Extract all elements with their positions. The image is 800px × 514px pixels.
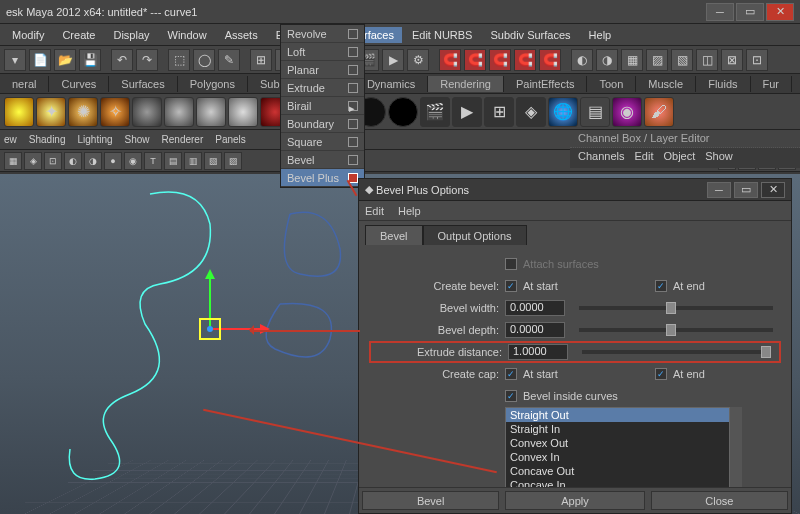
options-box-icon[interactable] bbox=[348, 155, 358, 165]
surfaces-menu-revolve[interactable]: Revolve bbox=[281, 25, 364, 43]
style-option[interactable]: Straight Out bbox=[506, 408, 729, 422]
surfaces-menu-loft[interactable]: Loft bbox=[281, 43, 364, 61]
area-light-icon[interactable]: ✧ bbox=[100, 97, 130, 127]
options-box-icon[interactable]: ▸ bbox=[348, 101, 358, 111]
panel-menu-renderer[interactable]: Renderer bbox=[162, 134, 204, 145]
close-icon[interactable]: ✕ bbox=[761, 182, 785, 198]
maximize-button[interactable]: ▭ bbox=[736, 3, 764, 21]
mini-icon[interactable]: ◐ bbox=[64, 152, 82, 170]
render-view-icon[interactable]: 🎬 bbox=[420, 97, 450, 127]
directional-light-icon[interactable]: ✦ bbox=[36, 97, 66, 127]
outer-bevel-style-list[interactable]: Straight OutStraight InConvex OutConvex … bbox=[505, 407, 730, 487]
style-option[interactable]: Convex In bbox=[506, 450, 729, 464]
new-icon[interactable]: 📄 bbox=[29, 49, 51, 71]
bevel-width-field[interactable]: 0.0000 bbox=[505, 300, 565, 316]
options-box-icon[interactable] bbox=[348, 137, 358, 147]
ipr-icon[interactable]: ▶ bbox=[382, 49, 404, 71]
black-icon[interactable] bbox=[388, 97, 418, 127]
shader-ball-icon[interactable] bbox=[132, 97, 162, 127]
snap-icon[interactable]: ⊞ bbox=[250, 49, 272, 71]
menu-edit-nurbs[interactable]: Edit NURBS bbox=[404, 27, 481, 43]
channel-tab-object[interactable]: Object bbox=[663, 150, 695, 166]
cap-at-start-check[interactable]: ✓ bbox=[505, 368, 517, 380]
batch-render-icon[interactable]: ⊞ bbox=[484, 97, 514, 127]
panel-menu-shading[interactable]: Shading bbox=[29, 134, 66, 145]
construction-icon[interactable]: ◐ bbox=[571, 49, 593, 71]
help-menu[interactable]: Help bbox=[398, 205, 421, 217]
style-option[interactable]: Concave Out bbox=[506, 464, 729, 478]
render-layer-icon[interactable]: ▤ bbox=[580, 97, 610, 127]
magnet-icon[interactable]: 🧲 bbox=[439, 49, 461, 71]
cap-at-end-check[interactable]: ✓ bbox=[655, 368, 667, 380]
render-settings-icon[interactable]: ⚙ bbox=[407, 49, 429, 71]
surfaces-menu-planar[interactable]: Planar bbox=[281, 61, 364, 79]
at-end-check[interactable]: ✓ bbox=[655, 280, 667, 292]
magnet-icon[interactable]: 🧲 bbox=[539, 49, 561, 71]
mini-icon[interactable]: ● bbox=[104, 152, 122, 170]
shelf-tab-toon[interactable]: Toon bbox=[587, 76, 636, 92]
shader-ball-icon[interactable] bbox=[228, 97, 258, 127]
panel-menu-ew[interactable]: ew bbox=[4, 134, 17, 145]
mini-icon[interactable]: ▨ bbox=[224, 152, 242, 170]
mini-icon[interactable]: ◑ bbox=[84, 152, 102, 170]
list-scrollbar[interactable] bbox=[730, 407, 742, 487]
mini-icon[interactable]: ▧ bbox=[204, 152, 222, 170]
extrude-distance-slider[interactable] bbox=[582, 350, 770, 354]
construction-icon[interactable]: ▦ bbox=[621, 49, 643, 71]
menu-display[interactable]: Display bbox=[105, 27, 157, 43]
extrude-distance-field[interactable]: 1.0000 bbox=[508, 344, 568, 360]
hypershade-icon[interactable]: ◈ bbox=[516, 97, 546, 127]
brush-icon[interactable]: 🖌 bbox=[644, 97, 674, 127]
maximize-icon[interactable]: ▭ bbox=[734, 182, 758, 198]
shelf-tab-surfaces[interactable]: Surfaces bbox=[109, 76, 177, 92]
shelf-tab-dynamics[interactable]: Dynamics bbox=[355, 76, 428, 92]
minimize-button[interactable]: ─ bbox=[706, 3, 734, 21]
bevel-depth-slider[interactable] bbox=[579, 328, 773, 332]
construction-icon[interactable]: ⊠ bbox=[721, 49, 743, 71]
options-box-icon[interactable] bbox=[348, 119, 358, 129]
magnet-icon[interactable]: 🧲 bbox=[514, 49, 536, 71]
channel-tab-edit[interactable]: Edit bbox=[634, 150, 653, 166]
bevel-width-slider[interactable] bbox=[579, 306, 773, 310]
paint-icon[interactable]: ✎ bbox=[218, 49, 240, 71]
shelf-tab-muscle[interactable]: Muscle bbox=[636, 76, 696, 92]
surfaces-menu-square[interactable]: Square bbox=[281, 133, 364, 151]
undo-icon[interactable]: ↶ bbox=[111, 49, 133, 71]
shelf-tab-hair[interactable]: Hair bbox=[792, 76, 800, 92]
tab-output-options[interactable]: Output Options bbox=[423, 225, 527, 246]
bevel-depth-field[interactable]: 0.0000 bbox=[505, 322, 565, 338]
mini-icon[interactable]: ◈ bbox=[24, 152, 42, 170]
save-icon[interactable]: 💾 bbox=[79, 49, 101, 71]
options-box-icon[interactable] bbox=[348, 47, 358, 57]
menu-subdiv-surfaces[interactable]: Subdiv Surfaces bbox=[482, 27, 578, 43]
construction-icon[interactable]: ▨ bbox=[646, 49, 668, 71]
mini-icon[interactable]: ◉ bbox=[124, 152, 142, 170]
construction-icon[interactable]: ◫ bbox=[696, 49, 718, 71]
tab-bevel[interactable]: Bevel bbox=[365, 225, 423, 246]
menu-window[interactable]: Window bbox=[160, 27, 215, 43]
shelf-tab-neral[interactable]: neral bbox=[0, 76, 49, 92]
mini-icon[interactable]: ▦ bbox=[4, 152, 22, 170]
apply-button[interactable]: Apply bbox=[505, 491, 644, 510]
shelf-tab-fur[interactable]: Fur bbox=[751, 76, 793, 92]
lasso-icon[interactable]: ◯ bbox=[193, 49, 215, 71]
redo-icon[interactable]: ↷ bbox=[136, 49, 158, 71]
shelf-tab-fluids[interactable]: Fluids bbox=[696, 76, 750, 92]
render-icon[interactable]: ▶ bbox=[452, 97, 482, 127]
menu-modify[interactable]: Modify bbox=[4, 27, 52, 43]
menu-assets[interactable]: Assets bbox=[217, 27, 266, 43]
options-box-icon[interactable] bbox=[348, 65, 358, 75]
surfaces-menu-boundary[interactable]: Boundary bbox=[281, 115, 364, 133]
window-titlebar[interactable]: ◆ Bevel Plus Options ─ ▭ ✕ bbox=[359, 179, 791, 201]
toolbar-icon[interactable]: ▾ bbox=[4, 49, 26, 71]
close-button[interactable]: ✕ bbox=[766, 3, 794, 21]
style-option[interactable]: Concave In bbox=[506, 478, 729, 487]
style-option[interactable]: Straight In bbox=[506, 422, 729, 436]
bevel-button[interactable]: Bevel bbox=[362, 491, 499, 510]
magnet-icon[interactable]: 🧲 bbox=[489, 49, 511, 71]
at-start-check[interactable]: ✓ bbox=[505, 280, 517, 292]
options-box-icon[interactable] bbox=[348, 83, 358, 93]
shader-ball-icon[interactable] bbox=[164, 97, 194, 127]
shelf-tab-painteffects[interactable]: PaintEffects bbox=[504, 76, 588, 92]
menu-create[interactable]: Create bbox=[54, 27, 103, 43]
